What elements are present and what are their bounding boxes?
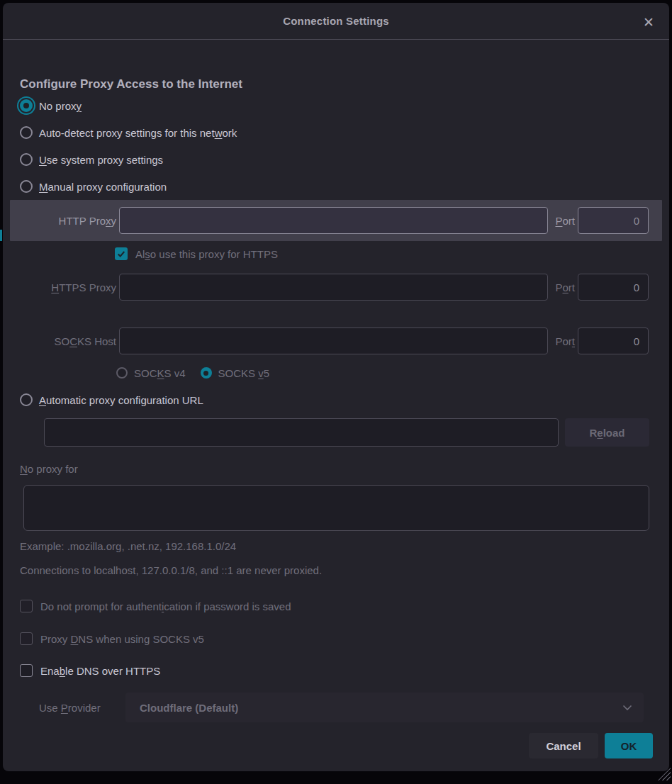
- doh-label: Enable DNS over HTTPS: [40, 665, 160, 677]
- doh-checkbox[interactable]: [20, 664, 33, 677]
- socks-version-row: SOCKS v4 SOCKS v5: [12, 364, 660, 382]
- https-proxy-label: HTTPS Proxy: [12, 281, 116, 293]
- proxy-dns-row[interactable]: Proxy DNS when using SOCKS v5: [12, 630, 660, 647]
- radio-row-manual-proxy[interactable]: Manual proxy configuration: [12, 173, 660, 200]
- no-prompt-row[interactable]: Do not prompt for authentication if pass…: [12, 598, 660, 615]
- socks-host-label: SOCKS Host: [12, 335, 116, 347]
- proxy-dns-label: Proxy DNS when using SOCKS v5: [40, 633, 204, 645]
- https-proxy-input[interactable]: [119, 274, 548, 301]
- no-proxy-label: No proxy: [39, 100, 82, 112]
- auto-url-input[interactable]: [44, 418, 559, 447]
- screen-edge-artifact: [0, 230, 2, 241]
- provider-dropdown[interactable]: Cloudflare (Default): [125, 693, 644, 722]
- https-proxy-row: HTTPS Proxy Port: [12, 274, 660, 301]
- http-port-input[interactable]: [578, 207, 649, 234]
- auto-url-label: Automatic proxy configuration URL: [39, 394, 203, 406]
- proxy-dns-checkbox[interactable]: [20, 632, 33, 645]
- socks-v4-label: SOCKS v4: [134, 367, 186, 379]
- no-proxy-example-text: Example: .mozilla.org, .net.nz, 192.168.…: [20, 539, 660, 554]
- close-button[interactable]: ✕: [639, 13, 658, 31]
- https-port-input[interactable]: [578, 274, 649, 301]
- no-prompt-label: Do not prompt for authentication if pass…: [40, 600, 291, 612]
- also-https-row[interactable]: Also use this proxy for HTTPS: [12, 245, 660, 263]
- socks-v5-radio[interactable]: [201, 367, 212, 379]
- dialog-title: Connection Settings: [283, 15, 389, 27]
- dialog-footer: Cancel OK: [12, 733, 660, 758]
- socks-host-row: SOCKS Host Port: [12, 327, 660, 354]
- https-port-label: Port: [555, 281, 575, 293]
- doh-row[interactable]: Enable DNS over HTTPS: [12, 662, 660, 679]
- radio-row-auto-detect[interactable]: Auto-detect proxy settings for this netw…: [12, 119, 660, 146]
- radio-row-system-proxy[interactable]: Use system proxy settings: [12, 146, 660, 173]
- socks-v4-radio[interactable]: [116, 367, 128, 379]
- http-proxy-label: HTTP Proxy: [12, 215, 116, 227]
- close-icon: ✕: [643, 16, 654, 29]
- reload-button[interactable]: Reload: [565, 418, 649, 447]
- provider-label: Use Provider: [39, 702, 125, 714]
- auto-detect-radio[interactable]: [20, 126, 33, 139]
- no-prompt-checkbox[interactable]: [20, 600, 33, 612]
- system-proxy-label: Use system proxy settings: [39, 154, 163, 166]
- auto-url-radio[interactable]: [20, 393, 33, 406]
- page-title: Configure Proxy Access to the Internet: [20, 77, 660, 92]
- socks-port-label: Port: [555, 335, 575, 347]
- localhost-note-text: Connections to localhost, 127.0.0.1/8, a…: [20, 564, 660, 578]
- cancel-button[interactable]: Cancel: [529, 733, 598, 758]
- radio-row-auto-url[interactable]: Automatic proxy configuration URL: [12, 391, 660, 409]
- socks-v5-label: SOCKS v5: [218, 367, 270, 379]
- socks-port-input[interactable]: [578, 327, 649, 354]
- checkmark-icon: [117, 250, 125, 258]
- no-proxy-for-label: No proxy for: [20, 462, 660, 476]
- also-https-checkbox[interactable]: [115, 247, 128, 260]
- http-proxy-input[interactable]: [119, 207, 548, 234]
- manual-proxy-radio[interactable]: [20, 180, 33, 193]
- manual-proxy-label: Manual proxy configuration: [39, 181, 167, 193]
- dialog-body: Configure Proxy Access to the Internet N…: [3, 77, 669, 758]
- no-proxy-for-textarea[interactable]: [23, 485, 649, 531]
- radio-row-no-proxy[interactable]: No proxy: [12, 92, 660, 119]
- titlebar: Connection Settings ✕: [3, 3, 669, 40]
- provider-row: Use Provider Cloudflare (Default): [12, 693, 660, 722]
- no-proxy-radio[interactable]: [20, 99, 33, 112]
- auto-url-input-row: Reload: [12, 418, 660, 447]
- system-proxy-radio[interactable]: [20, 153, 33, 166]
- chevron-down-icon: [622, 705, 632, 711]
- http-port-label: Port: [555, 215, 575, 227]
- http-proxy-row: HTTP Proxy Port: [10, 200, 662, 241]
- also-https-label: Also use this proxy for HTTPS: [135, 248, 278, 260]
- socks-host-input[interactable]: [119, 327, 548, 354]
- auto-detect-label: Auto-detect proxy settings for this netw…: [39, 127, 237, 139]
- provider-selected-value: Cloudflare (Default): [140, 702, 622, 714]
- ok-button[interactable]: OK: [605, 733, 653, 758]
- connection-settings-dialog: Connection Settings ✕ Configure Proxy Ac…: [3, 3, 669, 771]
